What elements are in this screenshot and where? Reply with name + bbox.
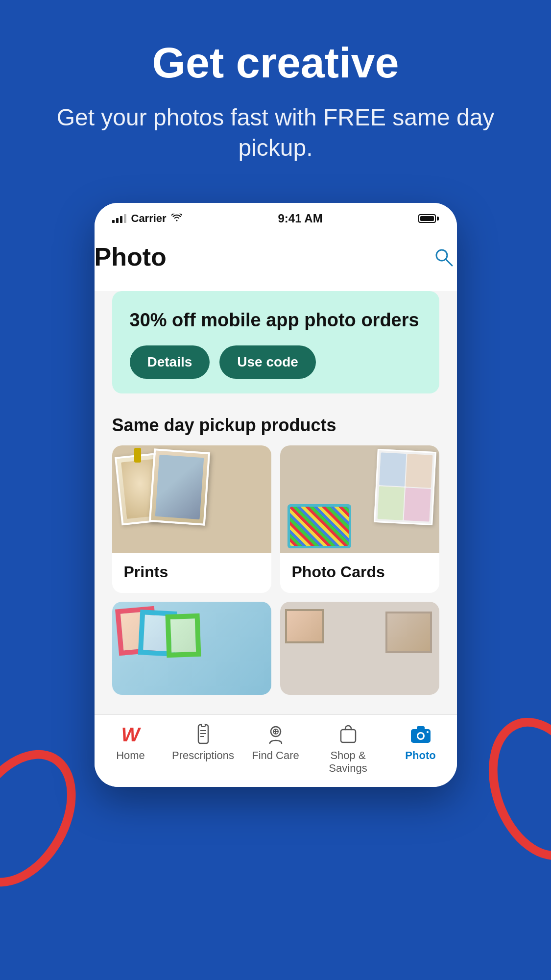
hero-subtitle: Get your photos fast with FREE same day … — [29, 102, 522, 164]
details-button[interactable]: Details — [130, 345, 210, 379]
signal-bar-1 — [112, 220, 115, 223]
card-photo — [374, 449, 436, 525]
svg-line-1 — [446, 260, 452, 266]
svg-point-14 — [418, 734, 423, 738]
hero-section: Get creative Get your photos fast with F… — [0, 0, 551, 188]
canvas-image — [280, 602, 439, 695]
home-icon: W — [119, 723, 143, 746]
signal-bar-4 — [124, 214, 126, 223]
signal-bar-3 — [120, 216, 122, 223]
photocards-image — [280, 445, 439, 553]
frame-3 — [165, 613, 201, 658]
tab-shop-savings-label: Shop & Savings — [329, 749, 367, 775]
status-left: Carrier — [112, 212, 182, 225]
svg-point-16 — [427, 731, 429, 733]
photo-cards-label: Photo Cards — [280, 553, 439, 593]
tab-prescriptions-label: Prescriptions — [172, 749, 234, 762]
battery-icon — [418, 214, 439, 223]
wifi-icon — [171, 213, 182, 224]
app-content: 30% off mobile app photo orders Details … — [95, 291, 457, 715]
tab-prescriptions[interactable]: Prescriptions — [167, 723, 240, 762]
tab-find-care-label: Find Care — [252, 749, 299, 762]
tab-home[interactable]: W Home — [95, 723, 167, 762]
decorative-curve-left — [0, 730, 99, 906]
frames-card[interactable] — [112, 602, 271, 695]
svg-rect-3 — [201, 724, 205, 727]
tab-photo-label: Photo — [405, 749, 435, 762]
promo-buttons: Details Use code — [130, 345, 422, 379]
carrier-label: Carrier — [131, 212, 167, 225]
canvas-item-2 — [385, 612, 432, 653]
photo-print-2 — [148, 448, 210, 526]
canvas-card[interactable] — [280, 602, 439, 695]
status-time: 9:41 AM — [278, 212, 323, 225]
mini-photo-4 — [404, 488, 431, 522]
tab-find-care[interactable]: Find Care — [240, 723, 312, 762]
signal-bars — [112, 214, 126, 223]
status-bar: Carrier 9:41 AM — [95, 203, 457, 230]
tab-photo[interactable]: Photo — [384, 723, 457, 762]
card-envelope — [287, 504, 351, 548]
promo-text: 30% off mobile app photo orders — [130, 309, 422, 332]
canvas-item-1 — [285, 609, 324, 643]
signal-bar-2 — [116, 218, 119, 223]
prints-card[interactable]: Prints — [112, 445, 271, 593]
find-care-icon — [264, 723, 287, 746]
prescription-icon — [192, 723, 215, 746]
decorative-curve-right — [470, 703, 551, 875]
shop-icon — [336, 723, 360, 746]
svg-point-0 — [436, 250, 447, 261]
bottom-product-grid — [112, 602, 439, 705]
svg-rect-11 — [341, 730, 356, 742]
prints-image — [112, 445, 271, 553]
product-grid: Prints Photo Cards — [112, 445, 439, 593]
tab-shop-savings[interactable]: Shop & Savings — [312, 723, 384, 775]
search-button[interactable] — [430, 243, 457, 270]
section-heading: Same day pickup products — [112, 403, 439, 445]
svg-rect-15 — [417, 726, 425, 730]
tab-home-label: Home — [116, 749, 145, 762]
prints-label: Prints — [112, 553, 271, 593]
tab-bar: W Home Prescriptions — [95, 714, 457, 787]
mini-photo-3 — [377, 486, 404, 520]
mini-photo-2 — [406, 454, 432, 488]
photo-cards-card[interactable]: Photo Cards — [280, 445, 439, 593]
mini-photo-1 — [379, 452, 406, 487]
phone-mockup: Carrier 9:41 AM Photo — [95, 203, 457, 787]
promo-banner: 30% off mobile app photo orders Details … — [112, 291, 439, 394]
page-title: Photo — [95, 242, 167, 271]
hero-title: Get creative — [29, 39, 522, 87]
use-code-button[interactable]: Use code — [219, 345, 316, 379]
page-header: Photo — [95, 230, 457, 281]
clip — [134, 448, 141, 463]
photo-icon — [409, 723, 432, 746]
frames-image — [112, 602, 271, 695]
